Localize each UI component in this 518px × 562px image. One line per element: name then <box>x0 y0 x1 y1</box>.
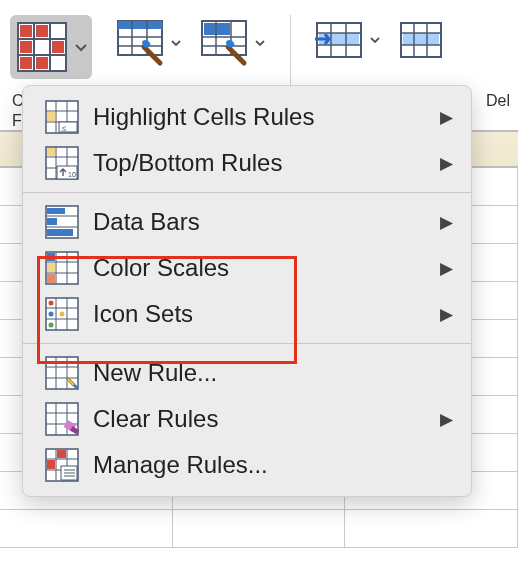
icon-sets-icon <box>45 297 79 331</box>
svg-rect-12 <box>118 21 162 29</box>
menu-separator <box>23 192 471 193</box>
svg-point-71 <box>49 312 54 317</box>
clear-rules-icon <box>45 402 79 436</box>
menu-item-label: Top/Bottom Rules <box>93 149 282 177</box>
svg-rect-10 <box>36 57 48 69</box>
menu-item-label: Clear Rules <box>93 405 218 433</box>
svg-rect-30 <box>403 33 439 45</box>
svg-rect-48 <box>47 148 55 156</box>
svg-point-73 <box>60 312 65 317</box>
submenu-arrow-icon: ▶ <box>440 153 453 174</box>
menu-item-highlight-cells[interactable]: ≤ Highlight Cells Rules ▶ <box>23 94 471 140</box>
top-bottom-icon: 10 <box>45 146 79 180</box>
svg-rect-40 <box>47 112 55 121</box>
menu-item-manage-rules[interactable]: Manage Rules... <box>23 442 471 488</box>
ribbon-divider <box>290 15 291 85</box>
menu-item-label: Icon Sets <box>93 300 193 328</box>
data-bars-icon <box>45 205 79 239</box>
svg-point-72 <box>49 323 54 328</box>
delete-label: Del <box>486 92 510 110</box>
svg-rect-5 <box>20 25 32 37</box>
menu-item-label: Data Bars <box>93 208 200 236</box>
menu-item-data-bars[interactable]: Data Bars ▶ <box>23 199 471 245</box>
chevron-down-icon <box>254 37 266 49</box>
manage-rules-icon <box>45 448 79 482</box>
menu-item-color-scales[interactable]: Color Scales ▶ <box>23 245 471 291</box>
menu-item-top-bottom[interactable]: 10 Top/Bottom Rules ▶ <box>23 140 471 186</box>
menu-separator <box>23 343 471 344</box>
chevron-down-icon <box>170 37 182 49</box>
svg-rect-54 <box>47 208 65 214</box>
color-scales-icon <box>45 251 79 285</box>
new-rule-icon <box>45 356 79 390</box>
svg-rect-8 <box>52 41 64 53</box>
svg-rect-7 <box>20 41 32 53</box>
insert-cells-button[interactable] <box>311 15 385 65</box>
svg-rect-63 <box>47 263 55 272</box>
conditional-formatting-button[interactable] <box>10 15 92 79</box>
conditional-formatting-icon <box>14 19 70 75</box>
highlight-cells-icon: ≤ <box>45 100 79 134</box>
menu-item-label: Color Scales <box>93 254 229 282</box>
submenu-arrow-icon: ▶ <box>440 304 453 325</box>
svg-rect-18 <box>204 23 230 35</box>
menu-item-label: Highlight Cells Rules <box>93 103 314 131</box>
svg-text:10: 10 <box>68 171 76 178</box>
menu-item-label: New Rule... <box>93 359 217 387</box>
conditional-formatting-menu: ≤ Highlight Cells Rules ▶ 10 Top/Bottom … <box>22 85 472 497</box>
svg-rect-6 <box>36 25 48 37</box>
svg-rect-55 <box>47 218 57 225</box>
format-as-table-button[interactable] <box>112 15 186 71</box>
svg-rect-62 <box>47 253 55 261</box>
svg-text:≤: ≤ <box>62 124 67 133</box>
delete-cells-icon <box>399 19 443 61</box>
chevron-down-icon <box>369 34 381 46</box>
cell-styles-button[interactable] <box>196 15 270 71</box>
menu-item-label: Manage Rules... <box>93 451 268 479</box>
submenu-arrow-icon: ▶ <box>440 258 453 279</box>
svg-rect-9 <box>20 57 32 69</box>
delete-cells-button[interactable] <box>395 15 447 65</box>
menu-item-new-rule[interactable]: New Rule... <box>23 350 471 396</box>
svg-rect-92 <box>47 460 55 469</box>
svg-rect-91 <box>57 450 66 458</box>
cell-styles-icon <box>200 19 250 67</box>
svg-rect-56 <box>47 229 73 236</box>
format-as-table-icon <box>116 19 166 67</box>
menu-item-icon-sets[interactable]: Icon Sets ▶ <box>23 291 471 337</box>
svg-point-70 <box>49 301 54 306</box>
chevron-down-icon <box>74 40 88 54</box>
ribbon-label-f: F <box>12 112 22 130</box>
submenu-arrow-icon: ▶ <box>440 409 453 430</box>
menu-item-clear-rules[interactable]: Clear Rules ▶ <box>23 396 471 442</box>
submenu-arrow-icon: ▶ <box>440 107 453 128</box>
submenu-arrow-icon: ▶ <box>440 212 453 233</box>
insert-cells-icon <box>315 19 365 61</box>
svg-rect-64 <box>47 274 55 283</box>
